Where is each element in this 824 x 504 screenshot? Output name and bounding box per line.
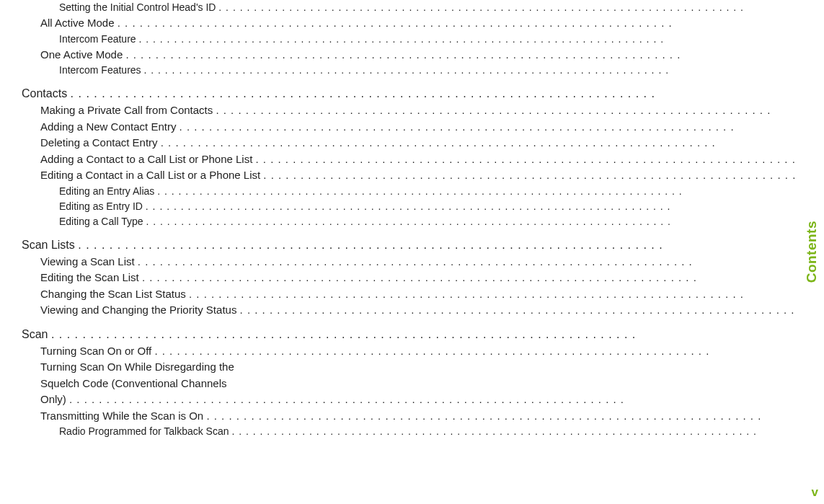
- toc-page: Setting the Initial Control Head's ID 37…: [0, 0, 824, 504]
- toc-entry: Setting the Initial Control Head's ID 37: [59, 0, 824, 15]
- toc-title-line: Squelch Code (Conventional Channels: [40, 376, 824, 392]
- toc-title: Radio Programmed for Talkback Scan: [59, 424, 231, 439]
- toc-title: Deleting a Contact Entry: [40, 135, 161, 151]
- toc-title: Editing an Entry Alias: [59, 184, 157, 199]
- toc-leader: [125, 47, 818, 63]
- sidebar-label: Contents: [804, 221, 820, 283]
- toc-title: Editing a Call Type: [59, 214, 146, 229]
- toc-entry: Making a Private Call from Contacts 40: [40, 102, 824, 119]
- toc-title: Setting the Initial Control Head's ID: [59, 0, 218, 15]
- toc-title: Changing the Scan List Status: [40, 286, 189, 303]
- toc-leader: [144, 63, 820, 78]
- toc-entry: Editing as Entry ID 44: [59, 199, 824, 214]
- toc-entry: Editing a Call Type 44: [59, 214, 824, 229]
- toc-title: Editing as Entry ID: [59, 199, 146, 214]
- toc-title: Viewing and Changing the Priority Status: [40, 302, 240, 319]
- toc-entry: Turning Scan On While Disregarding theSq…: [40, 359, 824, 408]
- toc-entry: Contacts 40: [22, 85, 824, 102]
- sidebar-tab: Contents: [799, 0, 824, 504]
- toc-title: Contacts: [22, 85, 71, 102]
- toc-title-line: Turning Scan On While Disregarding the: [40, 359, 824, 376]
- toc-title: All Active Mode: [40, 15, 118, 32]
- toc-leader: [71, 85, 818, 102]
- toc-leader: [206, 408, 818, 425]
- toc-title: Only): [40, 392, 69, 408]
- toc-entry: One Active Mode 38: [40, 47, 824, 63]
- toc-entry: Intercom Feature 38: [59, 32, 824, 47]
- toc-entry: All Active Mode 38: [40, 15, 824, 32]
- toc-title: Editing the Scan List: [40, 270, 142, 286]
- toc-leader: [138, 254, 819, 270]
- toc-entry: Editing an Entry Alias 43: [59, 184, 824, 199]
- toc-entry: Transmitting While the Scan is On 47: [40, 408, 824, 425]
- toc-title: Scan: [22, 326, 51, 343]
- toc-title: Transmitting While the Scan is On: [40, 408, 206, 425]
- toc-title: Adding a Contact to a Call List or Phone…: [40, 151, 256, 168]
- toc-entry: Intercom Features 39: [59, 63, 824, 78]
- toc-column-left: Setting the Initial Control Head's ID 37…: [7, 0, 824, 504]
- toc-entry-row: Only) 47: [40, 392, 824, 408]
- toc-leader: [154, 343, 818, 360]
- toc-leader: [161, 135, 819, 151]
- toc-entry: Changing the Scan List Status 46: [40, 286, 824, 303]
- toc-entry: Editing a Contact in a Call List or a Ph…: [40, 167, 824, 184]
- toc-leader: [189, 286, 818, 303]
- toc-leader: [51, 326, 818, 343]
- toc-leader: [157, 184, 819, 199]
- toc-leader: [146, 214, 819, 229]
- toc-title: Turning Scan On or Off: [40, 343, 154, 360]
- toc-title: One Active Mode: [40, 47, 125, 63]
- toc-entry: Deleting a Contact Entry 42: [40, 135, 824, 151]
- toc-leader: [231, 424, 819, 439]
- toc-title: Making a Private Call from Contacts: [40, 102, 216, 119]
- toc-title: Intercom Feature: [59, 32, 139, 47]
- toc-leader: [180, 119, 819, 136]
- toc-leader: [69, 392, 818, 408]
- toc-title: Viewing a Scan List: [40, 254, 138, 270]
- toc-leader: [263, 167, 818, 184]
- toc-leader: [142, 270, 818, 286]
- toc-entry: Adding a New Contact Entry 41: [40, 119, 824, 136]
- toc-leader: [216, 102, 818, 119]
- toc-entry: Editing the Scan List 45: [40, 270, 824, 286]
- toc-entry: Adding a Contact to a Call List or Phone…: [40, 151, 824, 168]
- toc-leader: [256, 151, 819, 168]
- toc-entry: Scan Lists 45: [22, 236, 824, 254]
- toc-leader: [146, 199, 820, 214]
- toc-title: Scan Lists: [22, 236, 78, 254]
- toc-leader: [78, 236, 818, 254]
- toc-entry: Viewing and Changing the Priority Status…: [40, 302, 824, 319]
- toc-title: Adding a New Contact Entry: [40, 119, 180, 136]
- toc-leader: [218, 0, 819, 15]
- toc-title: Intercom Features: [59, 63, 144, 78]
- toc-leader: [139, 32, 820, 47]
- toc-entry: Viewing a Scan List 45: [40, 254, 824, 270]
- toc-leader: [240, 302, 819, 319]
- page-number: v: [812, 485, 818, 500]
- toc-title: Editing a Contact in a Call List or a Ph…: [40, 167, 263, 184]
- toc-leader: [118, 15, 819, 32]
- toc-entry: Scan 47: [22, 326, 824, 343]
- toc-entry: Radio Programmed for Talkback Scan 47: [59, 424, 824, 439]
- toc-entry: Turning Scan On or Off 47: [40, 343, 824, 360]
